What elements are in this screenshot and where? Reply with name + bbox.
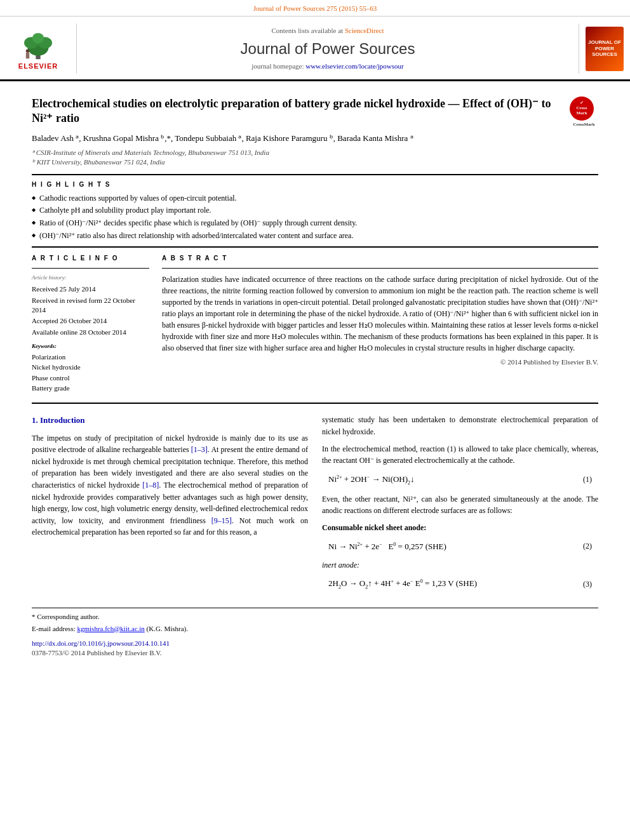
equation-2-text: Ni → Ni2+ + 2e− E0 = 0,257 (SHE) [328, 540, 446, 553]
journal-reference: Journal of Power Sources 275 (2015) 55–6… [0, 0, 630, 17]
highlights-title: H I G H L I G H T S [32, 180, 598, 189]
email-link[interactable]: kgmishra.fch@kiit.ac.in [77, 625, 144, 632]
affiliations: ᵃ CSIR-Institute of Minerals and Materia… [32, 148, 598, 168]
crossmark-badge: ✓CrossMark CrossMark [570, 97, 598, 125]
crossmark-icon: ✓CrossMark [570, 97, 594, 121]
svg-point-4 [32, 33, 44, 43]
intro-para-2: systematic study has been undertaken to … [322, 414, 598, 437]
divider-article-info [32, 246, 598, 248]
authors: Baladev Ash ᵃ, Krushna Gopal Mishra ᵇ,*,… [32, 133, 598, 144]
keyword-3: Phase control [32, 373, 149, 383]
affiliation-a: ᵃ CSIR-Institute of Minerals and Materia… [32, 148, 598, 157]
keyword-1: Polarization [32, 352, 149, 362]
abstract-title: A B S T R A C T [162, 254, 598, 263]
journal-cover-image: JOURNAL OF POWER SOURCES [586, 27, 624, 71]
elsevier-label: ELSEVIER [18, 62, 58, 71]
keyword-4: Battery grade [32, 383, 149, 393]
article-title: Electrochemical studies on electrolytic … [32, 97, 598, 126]
svg-rect-6 [26, 53, 30, 58]
equation-2: Ni → Ni2+ + 2e− E0 = 0,257 (SHE) (2) [322, 540, 598, 553]
keywords-section: Keywords: Polarization Nickel hydroxide … [32, 342, 149, 393]
article-info-section: A R T I C L E I N F O Article history: R… [32, 254, 149, 394]
intro-col-left: 1. Introduction The impetus on study of … [32, 414, 308, 597]
intro-para-3: In the electrochemical method, reaction … [322, 443, 598, 467]
intro-para-anodic: Even, the other reactant, Ni²⁺, can also… [322, 493, 598, 517]
equation-1-text: Ni2+ + 2OH− → Ni(OH)2↓ [328, 473, 415, 487]
history-label: Article history: [32, 274, 149, 282]
available-date: Available online 28 October 2014 [32, 328, 149, 337]
journal-url[interactable]: www.elsevier.com/locate/jpowsour [305, 62, 403, 70]
journal-header: ELSEVIER Contents lists available at Sci… [0, 17, 630, 81]
equation-3-text: 2H2O → O2↑ + 4H+ + 4e− E0 = 1,23 V (SHE) [328, 577, 477, 591]
keywords-label: Keywords: [32, 342, 149, 350]
doi-link[interactable]: http://dx.doi.org/10.1016/j.jpowsour.201… [32, 639, 598, 648]
article-info-column: A R T I C L E I N F O Article history: R… [32, 254, 149, 394]
intro-col-right: systematic study has been undertaken to … [322, 414, 598, 597]
main-content: Electrochemical studies on electrolytic … [0, 81, 630, 671]
sciencedirect-link: Contents lists available at ScienceDirec… [83, 26, 572, 36]
divider-abstract [162, 268, 598, 269]
issn-line: 0378-7753/© 2014 Published by Elsevier B… [32, 648, 598, 658]
elsevier-tree-icon [13, 25, 64, 60]
highlight-item-2: Catholyte pH and solubility product play… [32, 205, 598, 216]
equation-3-number: (3) [583, 578, 592, 590]
divider-body [32, 403, 598, 404]
email-note: E-mail address: kgmishra.fch@kiit.ac.in … [32, 624, 598, 634]
introduction-columns: 1. Introduction The impetus on study of … [32, 414, 598, 597]
article-info-title: A R T I C L E I N F O [32, 254, 149, 263]
journal-main-title: Journal of Power Sources [83, 38, 572, 60]
abstract-column: A B S T R A C T Polarization studies hav… [162, 254, 598, 394]
highlight-item-1: Cathodic reactions supported by values o… [32, 193, 598, 204]
intro-para-1: The impetus on study of precipitation of… [32, 432, 308, 538]
divider-highlights [32, 174, 598, 175]
affiliation-b: ᵇ KIIT University, Bhubaneswar 751 024, … [32, 157, 598, 167]
consumable-anode-label: Consumable nickel sheet anode: [322, 522, 598, 534]
svg-point-5 [26, 50, 30, 53]
journal-thumbnail: JOURNAL OF POWER SOURCES [579, 23, 630, 75]
accepted-date: Accepted 26 October 2014 [32, 316, 149, 326]
elsevier-logo: ELSEVIER [0, 22, 76, 75]
abstract-text: Polarization studies have indicated occu… [162, 274, 598, 354]
intro-title: 1. Introduction [32, 414, 308, 427]
received-date: Received 25 July 2014 [32, 284, 149, 294]
revised-date: Received in revised form 22 October 2014 [32, 296, 149, 316]
highlights-section: H I G H L I G H T S Cathodic reactions s… [32, 180, 598, 241]
journal-title-block: Contents lists available at ScienceDirec… [76, 23, 579, 74]
sciencedirect-url[interactable]: ScienceDirect [345, 27, 384, 34]
article-info-abstract: A R T I C L E I N F O Article history: R… [32, 254, 598, 394]
corresponding-note: * Corresponding author. [32, 612, 598, 622]
highlight-item-4: (OH)⁻/Ni²⁺ ratio also has direct relatio… [32, 230, 598, 241]
keyword-2: Nickel hydroxide [32, 363, 149, 372]
footnotes: * Corresponding author. E-mail address: … [32, 608, 598, 658]
crossmark-label: CrossMark [570, 122, 598, 128]
divider-info [32, 268, 149, 269]
highlight-item-3: Ratio of (OH)⁻/Ni²⁺ decides specific pha… [32, 218, 598, 229]
equation-3: 2H2O → O2↑ + 4H+ + 4e− E0 = 1,23 V (SHE)… [322, 577, 598, 591]
equation-2-number: (2) [583, 540, 592, 552]
abstract-copyright: © 2014 Published by Elsevier B.V. [162, 357, 598, 367]
equation-1: Ni2+ + 2OH− → Ni(OH)2↓ (1) [322, 473, 598, 487]
equation-1-number: (1) [583, 474, 592, 486]
journal-homepage: journal homepage: www.elsevier.com/locat… [83, 62, 572, 71]
inert-anode-label: inert anode: [322, 559, 598, 571]
introduction-section: 1. Introduction The impetus on study of … [32, 414, 598, 597]
